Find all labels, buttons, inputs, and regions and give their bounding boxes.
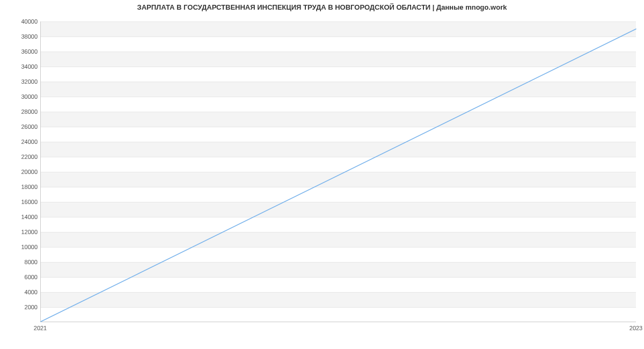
y-tick-label: 30000	[11, 93, 38, 100]
chart-title: ЗАРПЛАТА В ГОСУДАРСТВЕННАЯ ИНСПЕКЦИЯ ТРУ…	[0, 3, 644, 11]
x-tick-label: 2023	[630, 325, 642, 331]
y-tick-label: 36000	[11, 48, 38, 55]
y-tick-label: 10000	[11, 244, 38, 250]
y-tick-label: 28000	[11, 108, 38, 115]
plot-area	[40, 21, 636, 322]
y-tick-label: 12000	[11, 229, 38, 235]
y-tick-label: 6000	[11, 274, 38, 280]
y-tick-label: 8000	[11, 259, 38, 265]
y-tick-label: 24000	[11, 139, 38, 145]
y-tick-label: 16000	[11, 199, 38, 205]
y-tick-label: 20000	[11, 169, 38, 175]
y-tick-label: 2000	[11, 304, 38, 310]
y-tick-label: 18000	[11, 184, 38, 190]
x-tick-label: 2021	[34, 325, 47, 331]
chart-container: ЗАРПЛАТА В ГОСУДАРСТВЕННАЯ ИНСПЕКЦИЯ ТРУ…	[0, 0, 644, 349]
y-tick-label: 38000	[11, 33, 38, 40]
y-tick-label: 26000	[11, 123, 38, 130]
y-tick-label: 32000	[11, 78, 38, 85]
y-tick-label: 34000	[11, 63, 38, 70]
y-tick-label: 14000	[11, 214, 38, 220]
y-tick-label: 22000	[11, 154, 38, 160]
y-tick-label: 40000	[11, 18, 38, 25]
y-tick-label: 4000	[11, 289, 38, 295]
chart-svg	[41, 21, 636, 322]
data-line	[41, 29, 636, 322]
